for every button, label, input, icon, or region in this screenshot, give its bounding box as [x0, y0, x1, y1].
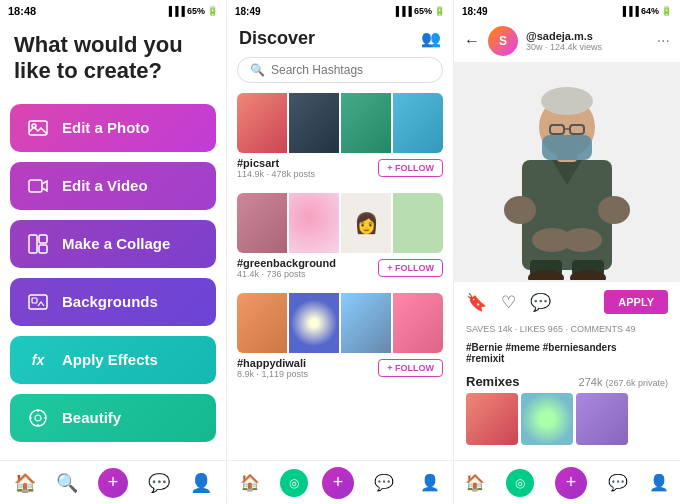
picsart-details: #picsart 114.9k · 478k posts: [237, 157, 315, 179]
create-panel: 18:48 ▐▐▐ 65% 🔋 What would you like to c…: [0, 0, 227, 504]
post-stats: SAVES 14k · LIKES 965 · COMMENTS 49: [454, 322, 680, 340]
green-images: 👩: [237, 193, 443, 253]
nav-messages-3[interactable]: 💬: [608, 473, 628, 492]
more-options-icon[interactable]: ···: [657, 32, 670, 50]
svg-rect-3: [29, 235, 37, 253]
battery-2: 65%: [414, 6, 432, 16]
panel2-bottom-nav: 🏠 ◎ + 💬 👤: [227, 460, 453, 504]
nav-profile-2[interactable]: 👤: [414, 467, 446, 499]
backgrounds-item[interactable]: Backgrounds: [10, 278, 216, 326]
svg-rect-25: [542, 135, 592, 160]
heart-icon[interactable]: ♡: [501, 292, 516, 313]
hashtag-card-diwali: #happydiwali 8.9k · 1,119 posts + FOLLOW: [237, 293, 443, 383]
apply-button[interactable]: APPLY: [604, 290, 668, 314]
search-bar[interactable]: 🔍: [237, 57, 443, 83]
edit-photo-item[interactable]: Edit a Photo: [10, 104, 216, 152]
green-stats: 41.4k · 736 posts: [237, 269, 336, 279]
svg-point-18: [562, 228, 602, 252]
username: @sadeja.m.s: [526, 30, 649, 42]
nav-compass-3[interactable]: ◎: [506, 469, 534, 497]
diwali-img-4: [393, 293, 443, 353]
time-1: 18:48: [8, 5, 36, 17]
remix-thumb-2[interactable]: [521, 393, 573, 445]
status-bar-3: 18:49 ▐▐▐ 64% 🔋: [454, 0, 680, 22]
remixes-label: Remixes: [466, 374, 519, 389]
edit-photo-label: Edit a Photo: [62, 119, 150, 136]
diwali-images: [237, 293, 443, 353]
nav-messages-2[interactable]: 💬: [368, 467, 400, 499]
battery-icon-2: 🔋: [434, 6, 445, 16]
nav-home-3[interactable]: 🏠: [465, 473, 485, 492]
effects-item[interactable]: fx Apply Effects: [10, 336, 216, 384]
picsart-images: [237, 93, 443, 153]
nav-search-1[interactable]: 🔍: [56, 472, 78, 494]
search-icon: 🔍: [250, 63, 265, 77]
post-tags: #Bernie #meme #berniesanders #remixit: [454, 340, 680, 366]
nav-profile-3[interactable]: 👤: [649, 473, 669, 492]
diwali-details: #happydiwali 8.9k · 1,119 posts: [237, 357, 308, 379]
remix-thumb-1[interactable]: [466, 393, 518, 445]
tags-text: #Bernie #meme #berniesanders #remixit: [466, 342, 617, 364]
svg-rect-4: [39, 235, 47, 243]
panel3-bottom-nav: 🏠 ◎ + 💬 👤: [454, 460, 680, 504]
collage-icon: [24, 230, 52, 258]
picsart-img-3: [341, 93, 391, 153]
edit-photo-icon: [24, 114, 52, 142]
backgrounds-label: Backgrounds: [62, 293, 158, 310]
status-bar-2: 18:49 ▐▐▐ 65% 🔋: [227, 0, 453, 22]
nav-compass-2[interactable]: ◎: [280, 469, 308, 497]
diwali-info: #happydiwali 8.9k · 1,119 posts + FOLLOW: [237, 353, 443, 383]
comment-icon[interactable]: 💬: [530, 292, 551, 313]
nav-home-1[interactable]: 🏠: [14, 472, 36, 494]
bernie-svg: [502, 65, 632, 280]
svg-point-15: [504, 196, 536, 224]
picsart-follow-btn[interactable]: + FOLLOW: [378, 159, 443, 177]
post-image: [454, 62, 680, 282]
diwali-follow-btn[interactable]: + FOLLOW: [378, 359, 443, 377]
edit-video-item[interactable]: Edit a Video: [10, 162, 216, 210]
battery-icon-3: 🔋: [661, 6, 672, 16]
green-details: #greenbackground 41.4k · 736 posts: [237, 257, 336, 279]
green-name: #greenbackground: [237, 257, 336, 269]
post-panel: 18:49 ▐▐▐ 64% 🔋 ← S @sadeja.m.s 30w · 12…: [454, 0, 680, 504]
nav-add-2[interactable]: +: [322, 467, 354, 499]
signal-icon-3: ▐▐▐: [620, 6, 639, 16]
collage-item[interactable]: Make a Collage: [10, 220, 216, 268]
diwali-img-1: [237, 293, 287, 353]
green-follow-btn[interactable]: + FOLLOW: [378, 259, 443, 277]
edit-video-label: Edit a Video: [62, 177, 148, 194]
svg-point-9: [35, 415, 41, 421]
nav-messages-1[interactable]: 💬: [148, 472, 170, 494]
page-title: What would you like to create?: [0, 22, 226, 99]
beautify-icon: [24, 404, 52, 432]
beautify-label: Beautify: [62, 409, 121, 426]
battery-1: 65%: [187, 6, 205, 16]
discover-panel: 18:49 ▐▐▐ 65% 🔋 Discover 👥 🔍 #picsart: [227, 0, 454, 504]
svg-rect-0: [29, 121, 47, 135]
bookmark-icon[interactable]: 🔖: [466, 292, 487, 313]
nav-home-2[interactable]: 🏠: [234, 467, 266, 499]
time-2: 18:49: [235, 6, 261, 17]
green-img-1: [237, 193, 287, 253]
search-input[interactable]: [271, 63, 430, 77]
picsart-img-4: [393, 93, 443, 153]
post-meta: 30w · 124.4k views: [526, 42, 649, 52]
diwali-img-3: [341, 293, 391, 353]
svg-rect-7: [32, 298, 37, 303]
beautify-item[interactable]: Beautify: [10, 394, 216, 442]
post-header: ← S @sadeja.m.s 30w · 124.4k views ···: [454, 22, 680, 62]
nav-profile-1[interactable]: 👤: [190, 472, 212, 494]
nav-add-3[interactable]: +: [555, 467, 587, 499]
people-icon[interactable]: 👥: [421, 29, 441, 48]
signal-icon-2: ▐▐▐: [393, 6, 412, 16]
green-img-2: [289, 193, 339, 253]
green-info: #greenbackground 41.4k · 736 posts + FOL…: [237, 253, 443, 283]
remix-thumb-3[interactable]: [576, 393, 628, 445]
picsart-info: #picsart 114.9k · 478k posts + FOLLOW: [237, 153, 443, 183]
nav-add-1[interactable]: +: [98, 468, 128, 498]
post-actions: 🔖 ♡ 💬 APPLY: [454, 282, 680, 322]
status-icons-1: ▐▐▐ 65% 🔋: [166, 6, 218, 16]
diwali-stats: 8.9k · 1,119 posts: [237, 369, 308, 379]
hashtag-card-green: 👩 #greenbackground 41.4k · 736 posts + F…: [237, 193, 443, 283]
back-button[interactable]: ←: [464, 32, 480, 50]
